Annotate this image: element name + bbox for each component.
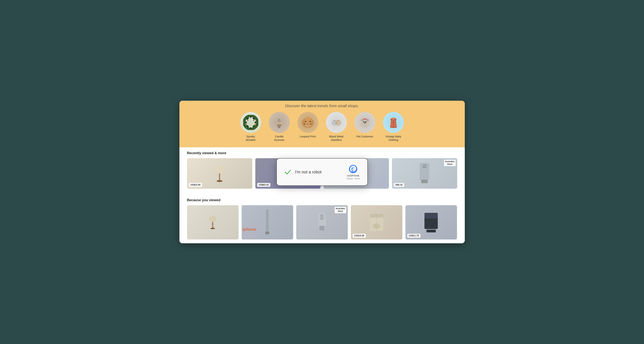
captcha-box: I'm not a robot reCAPTCHA Privacy - Term… bbox=[276, 158, 368, 186]
category-pet-costumes[interactable]: Pet Costumes bbox=[354, 112, 375, 142]
because-viewed-title: Because you viewed bbox=[187, 198, 457, 202]
svg-rect-84 bbox=[320, 217, 324, 217]
svg-point-58 bbox=[391, 118, 396, 120]
svg-rect-77 bbox=[212, 222, 213, 228]
because-usb-charger[interactable]: AustralianStock bbox=[296, 205, 348, 239]
svg-point-35 bbox=[310, 123, 312, 125]
svg-point-62 bbox=[215, 166, 224, 173]
category-circle-pet bbox=[354, 112, 375, 133]
svg-point-38 bbox=[308, 126, 310, 127]
svg-rect-19 bbox=[279, 125, 280, 128]
svg-line-26 bbox=[278, 120, 279, 122]
svg-rect-83 bbox=[320, 215, 324, 215]
svg-point-15 bbox=[246, 124, 247, 125]
because-image-cable-gray bbox=[242, 205, 293, 239]
category-label-pet: Pet Costumes bbox=[356, 135, 373, 138]
svg-point-41 bbox=[333, 122, 336, 124]
svg-point-64 bbox=[217, 180, 222, 182]
because-viewed-products: iphone AustralianStock bbox=[187, 205, 457, 239]
category-circle-candle bbox=[269, 112, 290, 133]
product-badge-aus: AustralianStock bbox=[444, 160, 456, 166]
captcha-checkmark-icon bbox=[284, 169, 291, 176]
svg-line-27 bbox=[279, 120, 281, 122]
terms-link[interactable]: Terms bbox=[354, 178, 360, 180]
recaptcha-logo-icon bbox=[348, 164, 358, 174]
svg-rect-85 bbox=[320, 219, 324, 219]
because-badge-aus: AustralianStock bbox=[335, 207, 346, 213]
because-cable-box[interactable]: US$15.00 bbox=[351, 205, 402, 239]
because-price-box: US$15.00 bbox=[353, 234, 366, 238]
svg-point-61 bbox=[390, 126, 397, 128]
svg-point-4 bbox=[254, 121, 256, 123]
banner-section: Discover the latest trends from small sh… bbox=[180, 101, 465, 147]
svg-point-51 bbox=[364, 122, 366, 124]
recently-viewed-title: Recently viewed & more bbox=[187, 151, 457, 155]
because-cable-gray[interactable]: iphone bbox=[242, 205, 293, 239]
captcha-right: reCAPTCHA Privacy - Terms bbox=[347, 164, 360, 180]
captcha-text: I'm not a robot bbox=[295, 170, 322, 175]
captcha-left: I'm not a robot bbox=[284, 169, 322, 176]
svg-rect-82 bbox=[320, 226, 324, 230]
because-viewed-section: Because you viewed bbox=[180, 196, 465, 243]
svg-point-8 bbox=[254, 118, 255, 120]
svg-point-10 bbox=[254, 125, 255, 127]
categories-row: SpookyWreaths bbox=[187, 112, 457, 142]
captcha-overlay: I'm not a robot reCAPTCHA Privacy - Term… bbox=[0, 0, 644, 344]
svg-rect-79 bbox=[266, 209, 269, 232]
privacy-link[interactable]: Privacy bbox=[347, 178, 353, 180]
category-spooky-wreaths[interactable]: SpookyWreaths bbox=[240, 112, 261, 142]
svg-point-49 bbox=[364, 121, 364, 122]
svg-rect-75 bbox=[422, 167, 426, 168]
product-price-lamp: US$15.00 bbox=[189, 183, 202, 187]
product-charger2[interactable]: S$9.16 AustralianStock bbox=[392, 158, 457, 189]
svg-point-44 bbox=[338, 120, 339, 121]
svg-rect-91 bbox=[424, 213, 438, 219]
svg-point-7 bbox=[246, 118, 248, 120]
captcha-wrapper: I'm not a robot reCAPTCHA Privacy - Term… bbox=[276, 158, 368, 186]
category-label-wreaths: SpookyWreaths bbox=[246, 135, 256, 142]
svg-point-28 bbox=[278, 119, 280, 120]
svg-point-9 bbox=[246, 125, 248, 127]
svg-point-14 bbox=[253, 120, 254, 121]
category-label-jewellery: Mixed MetalJewellery bbox=[329, 135, 344, 142]
svg-point-43 bbox=[334, 120, 335, 121]
svg-point-32 bbox=[309, 121, 311, 122]
because-lamp[interactable] bbox=[187, 205, 238, 239]
category-label-candle: CandleSconces bbox=[274, 135, 284, 142]
svg-point-54 bbox=[364, 118, 366, 120]
recaptcha-brand-label: reCAPTCHA bbox=[347, 175, 359, 177]
svg-rect-80 bbox=[266, 231, 269, 234]
svg-point-13 bbox=[247, 120, 248, 121]
svg-point-76 bbox=[209, 216, 216, 222]
because-image-lamp bbox=[187, 205, 238, 239]
product-price-charger2: S$9.16 bbox=[394, 183, 404, 187]
svg-point-16 bbox=[254, 124, 256, 125]
category-circle-leopard bbox=[297, 112, 318, 133]
svg-point-78 bbox=[210, 228, 215, 229]
svg-point-31 bbox=[304, 121, 306, 122]
category-label-vintage: Vintage BabyClothing bbox=[386, 135, 401, 142]
because-price-device: US$11.75 bbox=[407, 234, 420, 238]
category-circle-wreaths bbox=[240, 112, 261, 133]
svg-point-37 bbox=[305, 126, 307, 127]
svg-point-3 bbox=[245, 121, 247, 123]
svg-point-42 bbox=[337, 122, 340, 124]
svg-rect-63 bbox=[219, 173, 220, 181]
because-overlay-iphone: iphone bbox=[243, 227, 256, 232]
category-label-leopard: Leopard Print bbox=[300, 135, 316, 138]
svg-point-50 bbox=[365, 121, 366, 122]
product-price-person: US$63.42 bbox=[257, 183, 270, 187]
svg-point-89 bbox=[373, 223, 380, 229]
category-candle-sconces[interactable]: CandleSconces bbox=[269, 112, 290, 142]
svg-rect-73 bbox=[421, 180, 428, 183]
because-device[interactable]: US$11.75 bbox=[406, 205, 457, 239]
category-vintage-baby[interactable]: Vintage BabyClothing bbox=[383, 112, 404, 142]
category-leopard-print[interactable]: Leopard Print bbox=[297, 112, 318, 142]
svg-point-34 bbox=[304, 123, 305, 125]
recaptcha-links: Privacy - Terms bbox=[347, 178, 360, 180]
category-circle-vintage bbox=[383, 112, 404, 133]
product-lamp[interactable]: US$15.00 bbox=[187, 158, 252, 189]
category-mixed-metal[interactable]: Mixed MetalJewellery bbox=[326, 112, 347, 142]
svg-rect-74 bbox=[422, 165, 426, 166]
svg-rect-93 bbox=[427, 230, 435, 232]
